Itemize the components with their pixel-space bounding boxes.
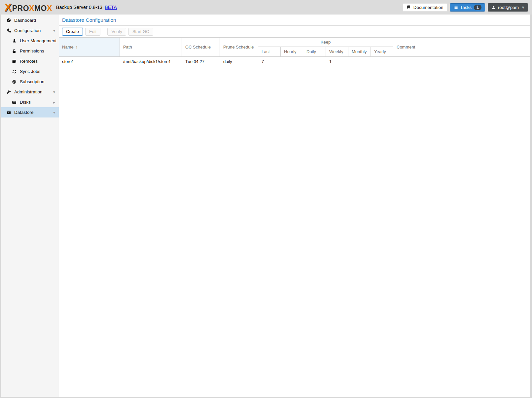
toolbar: Create Edit Verify Start GC xyxy=(59,26,530,37)
sidebar-item-user-management[interactable]: User Management xyxy=(1,36,59,46)
column-header-keep-hourly[interactable]: Hourly xyxy=(281,47,303,56)
cell-name: store1 xyxy=(59,57,120,66)
sidebar-item-subscription[interactable]: Subscription xyxy=(1,77,59,87)
sidebar-item-disks[interactable]: Disks ▸ xyxy=(1,97,59,107)
chevron-down-icon[interactable]: ▾ xyxy=(53,90,55,94)
tasks-count-badge: 1 xyxy=(474,5,481,10)
book-icon xyxy=(407,5,411,10)
cell-gc-schedule: Tue 04:27 xyxy=(182,57,220,66)
proxmox-logo-wordmark: PROXMOX xyxy=(12,5,52,12)
column-header-keep-daily[interactable]: Daily xyxy=(303,47,326,56)
sidebar-item-datastore[interactable]: Datastore ▾ xyxy=(1,107,59,117)
toolbar-separator xyxy=(104,29,104,34)
start-gc-button[interactable]: Start GC xyxy=(128,28,153,36)
sidebar-item-label: Permissions xyxy=(20,49,44,53)
beta-link[interactable]: BETA xyxy=(105,5,117,10)
product-name: Backup Server 0.8-13 xyxy=(56,5,102,10)
gears-icon xyxy=(6,28,11,33)
sidebar-item-remotes[interactable]: Remotes xyxy=(1,56,59,66)
sidebar-item-configuration[interactable]: Configuration ▾ xyxy=(1,25,59,36)
table-row[interactable]: store1 /mnt/backup/disk1/store1 Tue 04:2… xyxy=(59,57,530,66)
chevron-down-icon[interactable]: ▾ xyxy=(53,111,55,115)
chevron-down-icon: ∨ xyxy=(522,5,524,10)
table-header: Name ↑ Path GC Schedule Prune Schedule K… xyxy=(59,37,530,57)
verify-button[interactable]: Verify xyxy=(107,28,126,36)
column-header-gc-schedule[interactable]: GC Schedule xyxy=(182,38,220,56)
task-list-icon xyxy=(453,5,458,10)
sidebar-item-label: Administration xyxy=(14,89,43,94)
sidebar-item-label: Datastore xyxy=(14,110,34,115)
sidebar-item-label: Configuration xyxy=(14,28,41,33)
documentation-button[interactable]: Documentation xyxy=(403,3,447,12)
cell-keep-monthly xyxy=(348,57,371,66)
user-menu-button[interactable]: root@pam ∨ xyxy=(488,3,528,12)
chevron-down-icon[interactable]: ▾ xyxy=(53,29,55,33)
edit-button[interactable]: Edit xyxy=(85,28,100,36)
cell-keep-hourly xyxy=(281,57,303,66)
create-button[interactable]: Create xyxy=(62,28,83,36)
cell-keep-yearly xyxy=(371,57,393,66)
sidebar-item-permissions[interactable]: Permissions xyxy=(1,46,59,56)
column-header-prune-schedule[interactable]: Prune Schedule xyxy=(220,38,258,56)
column-header-name[interactable]: Name ↑ xyxy=(59,38,120,56)
cell-comment xyxy=(393,57,530,66)
unlock-icon xyxy=(12,49,17,53)
page-title: Datastore Configuration xyxy=(59,15,530,26)
column-header-keep-yearly[interactable]: Yearly xyxy=(371,47,393,56)
topbar-actions: Documentation Tasks 1 root@pam ∨ xyxy=(403,3,528,12)
hard-disk-icon xyxy=(12,100,17,105)
sort-ascending-icon: ↑ xyxy=(76,45,78,50)
top-header-bar: X PROXMOX Backup Server 0.8-13 BETA Docu… xyxy=(0,0,532,15)
sidebar-nav: Dashboard Configuration ▾ User Managemen… xyxy=(1,15,59,397)
sidebar-item-dashboard[interactable]: Dashboard xyxy=(1,15,59,25)
chevron-right-icon[interactable]: ▸ xyxy=(53,100,55,104)
sidebar-item-sync-jobs[interactable]: Sync Jobs xyxy=(1,66,59,77)
column-header-path[interactable]: Path xyxy=(120,38,182,56)
user-icon xyxy=(491,5,496,10)
column-header-keep-last[interactable]: Last xyxy=(258,47,281,56)
proxmox-logo: X PROXMOX xyxy=(5,2,52,13)
column-group-keep: Keep xyxy=(258,38,393,47)
sidebar-item-label: User Management xyxy=(20,38,56,43)
sidebar-item-label: Disks xyxy=(20,100,31,105)
datastore-box-icon xyxy=(6,110,11,115)
cell-path: /mnt/backup/disk1/store1 xyxy=(120,57,182,66)
column-header-comment[interactable]: Comment xyxy=(393,38,530,56)
wrench-icon xyxy=(6,89,11,94)
sidebar-item-label: Dashboard xyxy=(14,18,36,23)
support-lifering-icon xyxy=(12,80,17,84)
cell-keep-daily xyxy=(303,57,326,66)
sidebar-item-label: Subscription xyxy=(20,79,44,84)
sidebar-item-administration[interactable]: Administration ▾ xyxy=(1,87,59,97)
tasks-button[interactable]: Tasks 1 xyxy=(450,3,485,12)
column-header-keep-monthly[interactable]: Monthly xyxy=(348,47,371,56)
cell-keep-last: 7 xyxy=(258,57,281,66)
server-list-icon xyxy=(12,59,17,64)
sidebar-item-label: Remotes xyxy=(20,59,38,64)
main-content: Datastore Configuration Create Edit Veri… xyxy=(59,15,530,397)
user-icon xyxy=(12,39,17,43)
dashboard-gauge-icon xyxy=(6,18,11,23)
sidebar-item-label: Sync Jobs xyxy=(20,69,40,74)
cell-keep-weekly: 1 xyxy=(326,57,348,66)
proxmox-logo-x-icon: X xyxy=(5,2,12,13)
cell-prune-schedule: daily xyxy=(220,57,258,66)
sync-refresh-icon xyxy=(12,69,17,74)
column-header-keep-weekly[interactable]: Weekly xyxy=(326,47,348,56)
